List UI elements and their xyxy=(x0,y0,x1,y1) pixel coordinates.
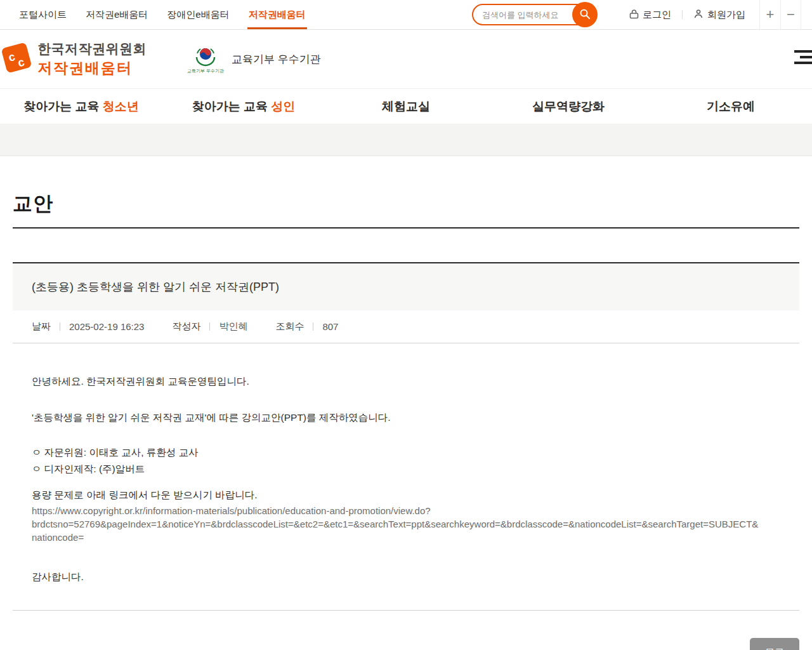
util-link-copyright-e-learning[interactable]: 저작권e배움터 xyxy=(86,0,148,29)
nav-item-highlight: 청소년 xyxy=(103,100,139,113)
nav-item-practical-competency[interactable]: 실무역량강화 xyxy=(487,98,650,115)
meta-divider xyxy=(60,322,60,331)
site-header: c c 한국저작권위원회 저작권배움터 교육기부 우수기관 교육기부 우수기관 xyxy=(0,30,812,89)
nav-item-suspension-of-indictment[interactable]: 기소유예 xyxy=(650,98,812,115)
signup-link[interactable]: 회원가입 xyxy=(693,9,745,21)
meta-views-label: 조회수 xyxy=(275,321,304,333)
body-download-note: 용량 문제로 아래 링크에서 다운 받으시기 바랍니다. xyxy=(32,489,780,501)
hamburger-menu-icon[interactable] xyxy=(794,50,812,64)
nav-item-text: 기소유예 xyxy=(707,100,755,113)
account-divider xyxy=(682,10,683,19)
body-intro: '초등학생을 위한 알기 쉬운 저작권 교재'에 따른 강의교안(PPT)를 제… xyxy=(32,411,780,424)
post-footer: 목록 xyxy=(13,638,799,650)
main-content: 교안 (초등용) 초등학생을 위한 알기 쉬운 저작권(PPT) 날짜 2025… xyxy=(13,190,799,650)
download-url-line: https://www.copyright.or.kr/information-… xyxy=(32,504,780,517)
zoom-in-button[interactable]: + xyxy=(759,0,780,29)
meta-author: 작성자 박인혜 xyxy=(172,321,247,333)
post-title: (초등용) 초등학생을 위한 알기 쉬운 저작권(PPT) xyxy=(32,281,279,293)
search-box xyxy=(472,4,596,25)
main-navigation: 찾아가는 교육 청소년 찾아가는 교육 성인 체험교실 실무역량강화 기소유예 xyxy=(0,89,812,124)
list-button[interactable]: 목록 xyxy=(750,638,799,650)
util-link-portal[interactable]: 포털사이트 xyxy=(19,0,67,29)
site-name: 저작권배움터 xyxy=(37,58,147,78)
nav-item-outreach-adult[interactable]: 찾아가는 교육 성인 xyxy=(162,98,325,115)
utility-bar: 포털사이트 저작권e배움터 장애인e배움터 저작권배움터 xyxy=(0,0,812,30)
body-greeting: 안녕하세요. 한국저작권위원회 교육운영팀입니다. xyxy=(32,375,780,388)
badge-label: 교육기부 우수기관 xyxy=(232,52,321,67)
search-icon xyxy=(579,8,591,22)
meta-views: 조회수 807 xyxy=(275,321,338,333)
body-closing: 감사합니다. xyxy=(32,571,780,583)
hamburger-bar xyxy=(794,62,812,64)
nav-item-text: 실무역량강화 xyxy=(532,100,605,113)
copyright-commission-logo-icon: c c xyxy=(1,41,32,77)
lock-icon xyxy=(629,9,639,21)
post-body: 안녕하세요. 한국저작권위원회 교육운영팀입니다. '초등학생을 위한 알기 쉬… xyxy=(13,343,799,611)
zoom-out-button[interactable]: − xyxy=(780,0,801,29)
meta-divider xyxy=(313,322,313,331)
hamburger-bar xyxy=(794,50,812,53)
sub-header-band xyxy=(0,124,812,156)
search-button[interactable] xyxy=(572,2,598,27)
meta-divider xyxy=(209,322,210,331)
post-meta-row: 날짜 2025-02-19 16:23 작성자 박인혜 조회수 807 xyxy=(13,310,799,343)
meta-date-value: 2025-02-19 16:23 xyxy=(69,321,144,332)
post-title-band: (초등용) 초등학생을 위한 알기 쉬운 저작권(PPT) xyxy=(13,262,799,310)
board-post: (초등용) 초등학생을 위한 알기 쉬운 저작권(PPT) 날짜 2025-02… xyxy=(13,262,799,650)
font-zoom-controls: + − xyxy=(759,0,801,29)
download-url-line: nationcode= xyxy=(32,531,780,544)
utility-links: 포털사이트 저작권e배움터 장애인e배움터 저작권배움터 xyxy=(19,0,306,29)
util-link-disabled-e-learning[interactable]: 장애인e배움터 xyxy=(167,0,229,29)
person-icon xyxy=(693,9,704,21)
meta-date-label: 날짜 xyxy=(32,321,51,333)
meta-views-value: 807 xyxy=(322,321,338,332)
nav-item-text: 찾아가는 교육 xyxy=(192,100,272,113)
government-emblem-icon: 교육기부 우수기관 xyxy=(187,44,224,74)
page-title-section: 교안 xyxy=(13,190,799,229)
hamburger-bar xyxy=(800,56,812,58)
education-donation-badge: 교육기부 우수기관 교육기부 우수기관 xyxy=(187,44,321,74)
site-logo[interactable]: c c 한국저작권위원회 저작권배움터 xyxy=(1,40,147,78)
download-url-line: brdctsno=52769&pageIndex=1&noticeYn=&brd… xyxy=(32,517,780,531)
nav-item-outreach-youth[interactable]: 찾아가는 교육 청소년 xyxy=(0,98,162,115)
meta-date: 날짜 2025-02-19 16:23 xyxy=(32,321,144,333)
logo-text: 한국저작권위원회 저작권배움터 xyxy=(37,40,147,78)
search-input[interactable] xyxy=(482,10,563,20)
nav-item-experience-class[interactable]: 체험교실 xyxy=(325,98,487,115)
org-name: 한국저작권위원회 xyxy=(37,40,147,58)
nav-item-text: 체험교실 xyxy=(382,100,430,113)
body-advisor-line: ㅇ 자문위원: 이태호 교사, 류환성 교사 xyxy=(32,444,780,461)
signup-label: 회원가입 xyxy=(707,9,745,21)
utility-right-group: 로그인 회원가입 + − xyxy=(472,0,812,29)
login-link[interactable]: 로그인 xyxy=(629,9,671,21)
badge-small-text: 교육기부 우수기관 xyxy=(187,68,224,74)
body-design-line: ㅇ 디자인제작: (주)알버트 xyxy=(32,461,780,477)
page-title: 교안 xyxy=(13,190,799,217)
meta-author-label: 작성자 xyxy=(172,321,200,333)
account-links: 로그인 회원가입 xyxy=(613,9,745,21)
meta-author-value: 박인혜 xyxy=(219,321,247,333)
nav-item-text: 찾아가는 교육 xyxy=(23,100,103,113)
util-link-copyright-learning-active[interactable]: 저작권배움터 xyxy=(249,0,306,29)
login-label: 로그인 xyxy=(643,9,671,21)
nav-item-highlight: 성인 xyxy=(271,100,295,113)
